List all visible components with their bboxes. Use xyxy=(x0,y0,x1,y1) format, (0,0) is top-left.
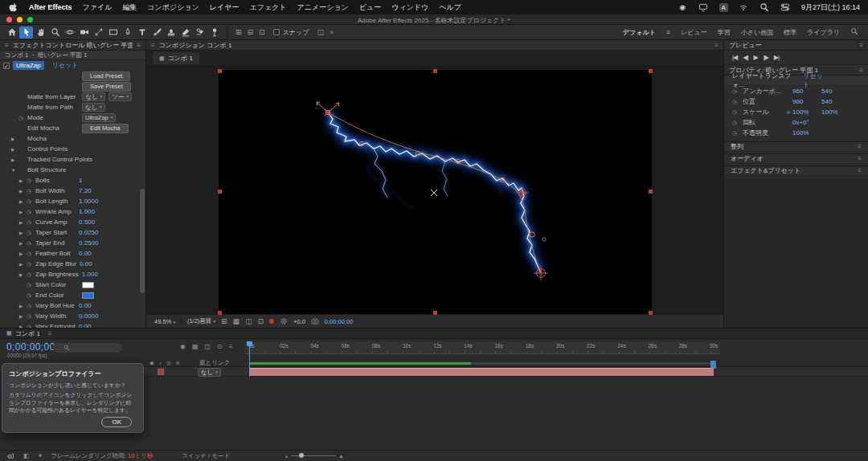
workspace-tab[interactable]: ライブラリ xyxy=(807,28,840,37)
effect-property-row[interactable]: Matte from Path なし▾ ▾ xyxy=(0,102,145,112)
timeline-comp-tab[interactable]: ▦ コンポ 1 xyxy=(6,329,40,338)
color-swatch[interactable] xyxy=(82,292,94,299)
workspace-tab[interactable]: 学習 xyxy=(718,28,731,37)
exposure-value[interactable]: +0.0 xyxy=(293,318,305,325)
panel-menu-icon[interactable]: ≡ xyxy=(859,42,863,49)
workspace-tab[interactable]: 標準 xyxy=(784,28,796,37)
transform-reset-link[interactable]: リセット xyxy=(803,71,829,89)
selection-handle[interactable] xyxy=(433,69,437,73)
expander-icon[interactable]: ▶ xyxy=(19,241,27,246)
brush-tool[interactable] xyxy=(149,27,163,39)
spotlight-search-icon[interactable] xyxy=(760,2,770,13)
property-dropdown-secondary[interactable]: ソー▾ xyxy=(108,92,132,101)
selection-handle[interactable] xyxy=(649,69,653,73)
property-button[interactable]: Load Preset xyxy=(82,71,130,81)
property-dropdown[interactable]: なし▾ xyxy=(82,103,105,112)
selection-handle[interactable] xyxy=(218,69,222,73)
menu-item[interactable]: ウィンドウ xyxy=(391,2,428,13)
work-area-end-handle[interactable] xyxy=(710,361,716,369)
snapshot-camera-icon[interactable] xyxy=(311,317,319,325)
stopwatch-icon[interactable]: ◷ xyxy=(27,261,35,267)
stopwatch-icon[interactable]: ◷ xyxy=(27,282,35,288)
stopwatch-icon[interactable]: ◷ xyxy=(27,303,35,309)
comp-current-time[interactable]: 0;00;00;00 xyxy=(325,318,353,325)
panel-menu-icon[interactable]: ≡ xyxy=(858,143,862,150)
color-swatch[interactable] xyxy=(82,282,94,288)
expander-icon[interactable]: ▶ xyxy=(19,210,27,214)
link-icon[interactable]: ∞ xyxy=(784,109,792,115)
selection-handle[interactable] xyxy=(649,311,653,315)
menu-item[interactable]: アニメーション xyxy=(297,2,349,13)
property-button[interactable]: Save Preset xyxy=(82,82,131,92)
panel-menu-icon[interactable]: ≡ xyxy=(137,42,141,49)
transform-property-row[interactable]: ◷ 回転 0x+0° xyxy=(724,117,868,128)
clone-stamp-tool[interactable] xyxy=(164,27,178,39)
property-value[interactable]: 0.00 xyxy=(80,260,92,267)
orbit-camera-tool[interactable] xyxy=(63,27,76,39)
stopwatch-icon[interactable]: ◷ xyxy=(27,271,35,278)
composition-panel-header[interactable]: ≡ コンポジション コンポ 1 ≡ xyxy=(146,40,723,51)
expander-icon[interactable]: ▼ xyxy=(11,168,18,173)
playhead-line[interactable] xyxy=(249,341,250,377)
solo-icon[interactable]: ◎ xyxy=(166,360,171,366)
panel-menu-icon[interactable]: ≡ xyxy=(48,330,52,337)
transform-value-y[interactable]: 540 xyxy=(821,98,850,105)
property-value[interactable]: 0.00 xyxy=(79,250,92,257)
snail-icon[interactable] xyxy=(6,451,15,460)
workspace-search-icon[interactable] xyxy=(850,27,858,37)
magnification-dropdown[interactable]: 49.5% ▾ xyxy=(154,318,175,325)
stopwatch-icon[interactable]: ◷ xyxy=(732,130,743,137)
expander-icon[interactable]: ▶ xyxy=(11,137,18,141)
comp-tab[interactable]: ▦ コンポ 1 xyxy=(153,52,199,64)
effect-property-row[interactable]: ▶ ◷ Vary Endpoint 0.00 ▾ ▾ xyxy=(0,321,145,328)
effect-property-row[interactable]: ▶ ◷ Feather Bolt 0.00 ▾ ▾ xyxy=(0,248,145,259)
panel-menu-icon[interactable]: ≡ xyxy=(858,155,862,162)
transparency-grid-icon[interactable]: ⊡ xyxy=(258,317,264,325)
stopwatch-icon[interactable]: ◷ xyxy=(27,313,35,320)
effect-property-row[interactable]: ▶ ◷ Taper Start 0.0250 ▾ ▾ xyxy=(0,227,145,238)
zoom-out-icon[interactable]: ▲ xyxy=(285,454,289,459)
parent-link-dropdown[interactable]: なし▾ xyxy=(198,368,221,377)
stopwatch-icon[interactable]: ◷ xyxy=(27,209,35,215)
expander-icon[interactable]: ▶ xyxy=(11,157,18,162)
stopwatch-icon[interactable]: ◷ xyxy=(732,88,743,95)
selection-handle[interactable] xyxy=(649,190,653,194)
composition-frame[interactable] xyxy=(219,71,651,313)
menu-item[interactable]: エフェクト xyxy=(249,2,286,13)
effect-property-row[interactable]: ▶ ◷ Bolts 1 ▾ ▾ xyxy=(0,175,145,186)
stopwatch-icon[interactable]: ◷ xyxy=(27,219,35,226)
resolution-dropdown[interactable]: (1/2)画質 ▾ xyxy=(187,317,215,325)
lock-icon[interactable]: ⊘ xyxy=(176,360,180,366)
workspace-tab[interactable]: レビュー xyxy=(681,28,707,37)
transport-button[interactable]: |▶ xyxy=(764,54,768,61)
scrollbar-thumb[interactable] xyxy=(140,189,145,293)
view-options-icon[interactable]: ⊡ xyxy=(256,28,268,36)
expander-icon[interactable]: ▶ xyxy=(11,147,18,152)
property-value[interactable]: 0.2500 xyxy=(79,239,98,247)
snap-checkbox[interactable] xyxy=(273,29,280,35)
property-button[interactable]: Edit Mocha xyxy=(82,124,129,133)
align-options-icon[interactable]: ⊞ xyxy=(233,28,244,36)
apple-menu-icon[interactable] xyxy=(8,2,18,13)
effect-property-row[interactable]: Edit Mocha Edit Mocha ▾ ▾ xyxy=(0,123,145,133)
property-value[interactable]: 0.0250 xyxy=(79,229,98,236)
effect-property-row[interactable]: ▼ Bolt Structure ▾ ▾ xyxy=(0,165,145,175)
timeline-zoom-slider[interactable]: ▲ ▲ xyxy=(285,453,344,459)
transform-value-y[interactable]: 540 xyxy=(821,88,850,95)
expander-icon[interactable]: ▶ xyxy=(19,178,27,183)
motion-blur-icon[interactable]: ≡ xyxy=(229,343,233,350)
pen-tool[interactable] xyxy=(121,27,134,39)
preview-panel-header[interactable]: プレビュー ≡ xyxy=(724,40,868,51)
flow-icon[interactable]: ✦ xyxy=(38,452,43,459)
comp-viewer[interactable] xyxy=(146,67,723,314)
effect-header-row[interactable]: ✓ UltraZap リセット xyxy=(0,60,145,71)
transform-property-row[interactable]: ◷ スケール ∞ 100% 100% xyxy=(724,107,868,117)
effect-enabled-checkbox[interactable]: ✓ xyxy=(3,63,10,69)
settings-gear-icon[interactable] xyxy=(280,317,288,325)
effect-property-row[interactable]: ▶ ◷ Zap Edge Blur 0.00 ▾ ▾ xyxy=(0,259,145,269)
effect-property-row[interactable]: ▶ ◷ Wrinkle Amp 1.000 ▾ ▾ xyxy=(0,206,145,217)
transform-value-y[interactable]: 100% xyxy=(821,108,850,116)
input-source-badge[interactable]: A xyxy=(719,3,728,12)
hand-tool[interactable] xyxy=(34,27,47,39)
transform-property-row[interactable]: ◷ アンカーポ... 960 540 xyxy=(724,86,868,96)
